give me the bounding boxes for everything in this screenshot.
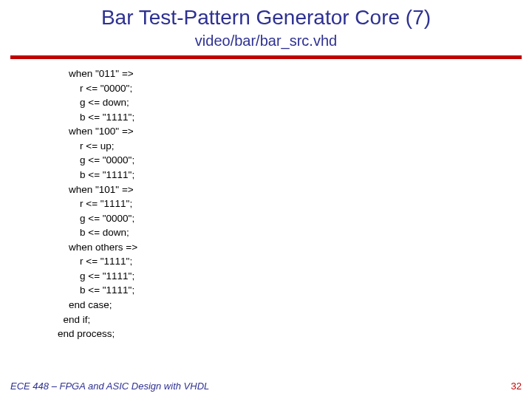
- footer-course: ECE 448 – FPGA and ASIC Design with VHDL: [10, 381, 209, 392]
- page-number: 32: [511, 381, 522, 392]
- slide-title: Bar Test-Pattern Generator Core (7): [0, 0, 532, 30]
- footer: ECE 448 – FPGA and ASIC Design with VHDL…: [10, 381, 522, 392]
- code-block: when "011" => r <= "0000"; g <= down; b …: [0, 59, 532, 341]
- slide-subtitle: video/bar/bar_src.vhd: [0, 30, 532, 54]
